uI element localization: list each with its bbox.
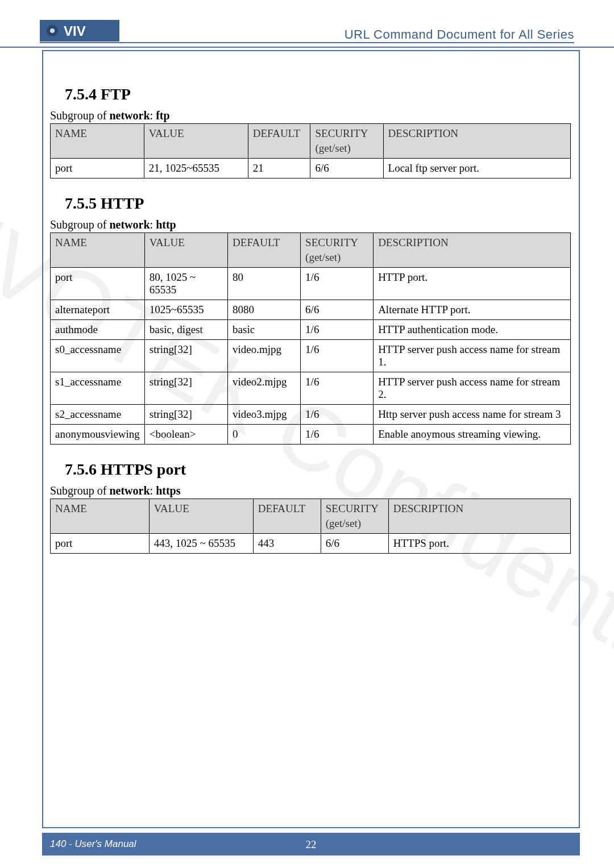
cell-description: Enable anoymous streaming viewing. — [374, 425, 571, 445]
page-content: VIVOTEK Confidential 7.5.4 FTP Subgroup … — [48, 57, 573, 817]
th-security-text: SECURITY — [326, 502, 379, 514]
subgroup-sub: https — [156, 484, 180, 497]
cell-value: string[32] — [144, 372, 227, 405]
cell-description: Local ftp server port. — [383, 159, 570, 178]
header-underline — [40, 42, 574, 43]
cell-security: 1/6 — [301, 425, 374, 445]
cell-security: 6/6 — [321, 534, 388, 554]
table-row: s0_accessname string[32] video.mjpg 1/6 … — [51, 340, 571, 372]
subgroup-prefix: Subgroup of — [50, 218, 109, 231]
cell-security: 1/6 — [301, 340, 374, 372]
subgroup-ftp: Subgroup of network: ftp — [50, 109, 571, 122]
table-row: port 21, 1025~65535 21 6/6 Local ftp ser… — [51, 159, 571, 178]
subgroup-sub: ftp — [156, 109, 169, 122]
svg-point-2 — [50, 28, 55, 33]
th-security: SECURITY (get/set) — [301, 233, 374, 268]
table-row: port 443, 1025 ~ 65535 443 6/6 HTTPS por… — [51, 534, 571, 554]
svg-text:VIV: VIV — [64, 23, 86, 39]
table-row: authmode basic, digest basic 1/6 HTTP au… — [51, 320, 571, 340]
subgroup-sep: : — [150, 109, 156, 122]
th-default: DEFAULT — [253, 499, 321, 534]
th-name: NAME — [51, 124, 144, 159]
subgroup-https: Subgroup of network: https — [50, 484, 571, 497]
cell-value: string[32] — [144, 340, 227, 372]
section-heading-http: 7.5.5 HTTP — [65, 194, 571, 213]
subgroup-prefix: Subgroup of — [50, 484, 109, 497]
table-row: alternateport 1025~65535 8080 6/6 Altern… — [51, 300, 571, 320]
cell-name: authmode — [51, 320, 145, 340]
subgroup-sep: : — [150, 484, 156, 497]
cell-name: s2_accessname — [51, 405, 145, 425]
th-security-sub: (get/set) — [315, 142, 378, 155]
th-description: DESCRIPTION — [388, 499, 570, 534]
cell-value: string[32] — [144, 405, 227, 425]
table-header-row: NAME VALUE DEFAULT SECURITY (get/set) DE… — [51, 233, 571, 268]
footer-left: 140 - User's Manual — [50, 838, 136, 850]
th-security-sub: (get/set) — [305, 251, 368, 264]
cell-security: 6/6 — [310, 159, 383, 178]
cell-name: s1_accessname — [51, 372, 145, 405]
http-table: NAME VALUE DEFAULT SECURITY (get/set) DE… — [50, 232, 571, 445]
table-row: s2_accessname string[32] video3.mjpg 1/6… — [51, 405, 571, 425]
th-security-sub: (get/set) — [326, 517, 384, 530]
th-value: VALUE — [144, 233, 227, 268]
cell-description: HTTP port. — [374, 268, 571, 300]
table-row: s1_accessname string[32] video2.mjpg 1/6… — [51, 372, 571, 405]
table-row: anonymousviewing <boolean> 0 1/6 Enable … — [51, 425, 571, 445]
th-name: NAME — [51, 233, 145, 268]
cell-description: HTTPS port. — [388, 534, 570, 554]
ftp-table: NAME VALUE DEFAULT SECURITY (get/set) DE… — [50, 123, 571, 178]
vivotek-logo-icon: VIV — [40, 16, 119, 45]
cell-description: Alternate HTTP port. — [374, 300, 571, 320]
cell-name: port — [51, 534, 150, 554]
cell-value: 21, 1025~65535 — [144, 159, 248, 178]
cell-name: port — [51, 159, 144, 178]
cell-name: port — [51, 268, 145, 300]
cell-value: 80, 1025 ~ 65535 — [144, 268, 227, 300]
cell-default: video2.mjpg — [228, 372, 301, 405]
cell-security: 6/6 — [301, 300, 374, 320]
header-title: URL Command Document for All Series — [345, 27, 574, 42]
cell-security: 1/6 — [301, 268, 374, 300]
cell-name: alternateport — [51, 300, 145, 320]
th-value: VALUE — [144, 124, 248, 159]
cell-value: basic, digest — [144, 320, 227, 340]
cell-default: 80 — [228, 268, 301, 300]
subgroup-group: network — [109, 109, 150, 122]
page-footer: 140 - User's Manual 22 — [42, 833, 580, 855]
th-description: DESCRIPTION — [383, 124, 570, 159]
th-security: SECURITY (get/set) — [321, 499, 388, 534]
th-value: VALUE — [149, 499, 253, 534]
cell-value: 443, 1025 ~ 65535 — [149, 534, 253, 554]
cell-value: <boolean> — [144, 425, 227, 445]
subgroup-sep: : — [150, 218, 156, 231]
cell-default: video.mjpg — [228, 340, 301, 372]
subgroup-group: network — [109, 484, 150, 497]
footer-page-number: 22 — [306, 838, 317, 851]
cell-name: anonymousviewing — [51, 425, 145, 445]
subgroup-group: network — [109, 218, 150, 231]
cell-security: 1/6 — [301, 320, 374, 340]
subgroup-sub: http — [156, 218, 176, 231]
cell-default: 8080 — [228, 300, 301, 320]
page-header: VIV URL Command Document for All Series — [0, 0, 614, 48]
table-header-row: NAME VALUE DEFAULT SECURITY (get/set) DE… — [51, 124, 571, 159]
subgroup-http: Subgroup of network: http — [50, 218, 571, 231]
th-security-text: SECURITY — [305, 236, 358, 248]
subgroup-prefix: Subgroup of — [50, 109, 109, 122]
cell-description: HTTP server push access name for stream … — [374, 372, 571, 405]
cell-default: 0 — [228, 425, 301, 445]
cell-default: video3.mjpg — [228, 405, 301, 425]
https-table: NAME VALUE DEFAULT SECURITY (get/set) DE… — [50, 499, 571, 554]
table-header-row: NAME VALUE DEFAULT SECURITY (get/set) DE… — [51, 499, 571, 534]
cell-default: 443 — [253, 534, 321, 554]
table-row: port 80, 1025 ~ 65535 80 1/6 HTTP port. — [51, 268, 571, 300]
th-description: DESCRIPTION — [374, 233, 571, 268]
cell-security: 1/6 — [301, 405, 374, 425]
cell-description: Http server push access name for stream … — [374, 405, 571, 425]
th-name: NAME — [51, 499, 150, 534]
th-default: DEFAULT — [248, 124, 310, 159]
section-heading-https: 7.5.6 HTTPS port — [65, 460, 571, 479]
cell-default: 21 — [248, 159, 310, 178]
cell-description: HTTP authentication mode. — [374, 320, 571, 340]
